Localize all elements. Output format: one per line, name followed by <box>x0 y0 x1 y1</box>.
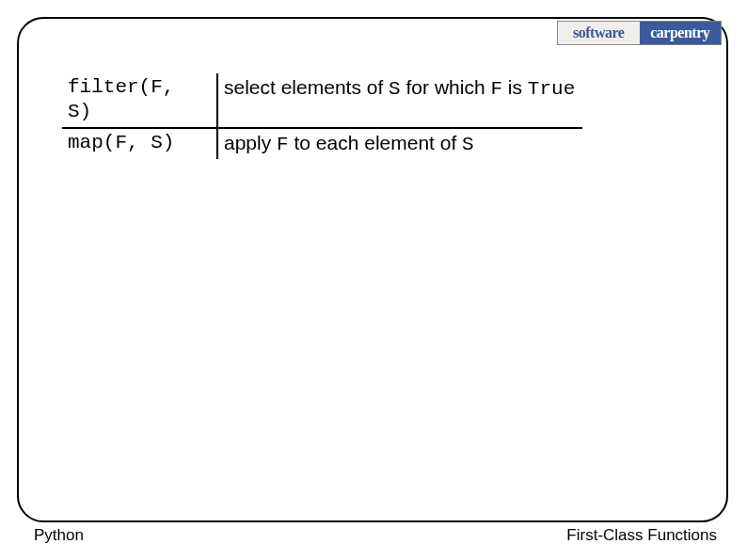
desc-text: for which <box>401 76 491 98</box>
desc-code: S <box>389 78 401 100</box>
table-row: map(F, S) apply F to each element of S <box>62 128 582 159</box>
footer-right: First-Class Functions <box>566 526 717 545</box>
desc-text: to each element of <box>289 132 462 153</box>
logo: software carpentry <box>557 21 722 45</box>
desc-cell: apply F to each element of S <box>217 128 582 159</box>
desc-code: S <box>462 134 474 155</box>
content: filter(F, S) select elements of S for wh… <box>62 73 685 159</box>
desc-cell: select elements of S for which F is True <box>217 73 582 128</box>
desc-text: apply <box>224 132 277 153</box>
desc-text: select elements of <box>224 76 389 98</box>
logo-right: carpentry <box>640 22 722 44</box>
desc-code: F <box>277 134 289 155</box>
logo-left: software <box>558 22 640 44</box>
func-cell: filter(F, S) <box>62 73 217 128</box>
desc-code: True <box>528 78 575 100</box>
function-table: filter(F, S) select elements of S for wh… <box>62 73 582 159</box>
desc-text: is <box>502 76 528 98</box>
desc-code: F <box>490 78 502 100</box>
func-cell: map(F, S) <box>62 128 217 159</box>
footer-left: Python <box>34 526 84 545</box>
table-row: filter(F, S) select elements of S for wh… <box>62 73 582 128</box>
